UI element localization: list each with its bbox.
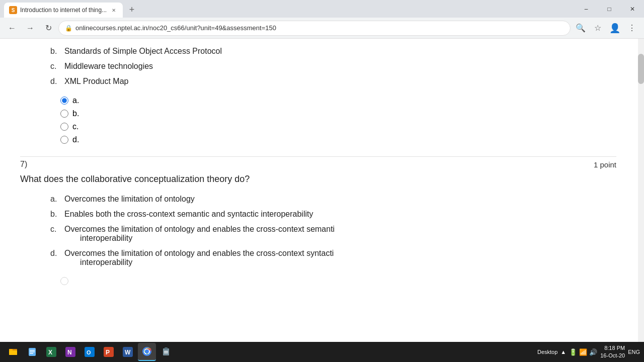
section-divider [20,156,616,157]
q7-option-d-label: d. [50,249,60,258]
svg-rect-2 [9,350,17,355]
q7-option-a: a. Overcomes the limitation of ontology [50,195,616,204]
close-button[interactable]: ✕ [621,0,644,18]
svg-rect-23 [164,352,168,353]
prev-radio-b[interactable]: b. [60,109,616,118]
option-c-text: Middleware technologies [64,62,153,71]
svg-text:N: N [67,349,72,356]
prev-radio-input-b[interactable] [60,110,68,118]
taskbar-powerpoint-icon[interactable]: P [100,343,118,361]
svg-rect-6 [30,353,33,354]
svg-text:W: W [125,349,131,356]
svg-rect-20 [163,348,169,355]
battery-icon: 🔋 [569,348,577,356]
question-text: What does the collaborative conceptualiz… [20,174,616,185]
taskbar-clock[interactable]: 8:18 PM 16-Oct-20 [600,344,625,360]
question-options-list: a. Overcomes the limitation of ontology … [20,195,616,267]
svg-rect-22 [164,351,168,352]
question-points: 1 point [594,160,616,169]
back-button[interactable]: ← [4,20,20,36]
taskbar-onenote-icon[interactable]: N [61,343,79,361]
signal-icon: 📶 [579,348,587,356]
q7-option-a-text: Overcomes the limitation of ontology [64,195,195,204]
security-icon: 🔒 [65,25,72,32]
q7-option-c-text: Overcomes the limitation of ontology and… [64,225,335,243]
svg-rect-4 [30,350,35,351]
profile-icon[interactable]: 👤 [607,20,623,36]
desktop-button[interactable]: Desktop [537,349,557,355]
prev-radio-label-a: a. [72,96,79,105]
taskbar-clipboard-icon[interactable] [157,343,175,361]
taskbar-system-tray: Desktop ▲ [537,349,566,355]
q7-option-d: d. Overcomes the limitation of ontology … [50,249,616,267]
svg-rect-21 [165,347,168,349]
navigation-bar: ← → ↻ 🔒 onlinecourses.nptel.ac.in/noc20_… [0,18,644,39]
q7-option-b-text: Enables both the cross-context semantic … [64,210,313,219]
option-b-text: Standards of Simple Object Access Protoc… [64,47,222,56]
volume-icon: 🔊 [589,348,597,356]
q7-radio-group [20,277,616,285]
prev-radio-input-d[interactable] [60,136,68,144]
q7-option-b: b. Enables both the cross-context semant… [50,210,616,219]
taskbar-word-icon[interactable]: W [119,343,137,361]
taskbar-excel-icon[interactable]: X [42,343,60,361]
option-b-label: b. [50,47,60,56]
q7-option-d-text: Overcomes the limitation of ontology and… [64,249,334,267]
page-scrollbar[interactable] [638,39,644,342]
q7-option-b-label: b. [50,210,60,219]
system-icons: 🔋 📶 🔊 [569,348,597,356]
url-text: onlinecourses.nptel.ac.in/noc20_cs66/uni… [75,24,564,32]
search-icon[interactable]: 🔍 [573,20,589,36]
q7-option-a-label: a. [50,195,60,204]
new-tab-button[interactable]: + [125,3,139,17]
answer-options-list: b. Standards of Simple Object Access Pro… [20,47,616,86]
taskbar-chrome-icon[interactable] [138,343,156,361]
taskbar-outlook-icon[interactable]: O [80,343,99,361]
content-area: b. Standards of Simple Object Access Pro… [0,39,636,342]
refresh-button[interactable]: ↻ [40,20,56,36]
prev-radio-label-c: c. [72,122,78,131]
option-b: b. Standards of Simple Object Access Pro… [50,47,616,56]
prev-radio-c[interactable]: c. [60,122,616,131]
prev-radio-input-a[interactable] [60,97,68,105]
prev-radio-a[interactable]: a. [60,96,616,105]
prev-radio-d[interactable]: d. [60,135,616,144]
prev-radio-label-d: d. [72,135,79,144]
previous-question-options: b. Standards of Simple Object Access Pro… [20,47,616,144]
menu-icon[interactable]: ⋮ [624,20,640,36]
tab-title: Introduction to internet of thing... [20,7,107,14]
option-c: c. Middleware technologies [50,62,616,71]
svg-text:O: O [87,349,91,355]
expand-icon[interactable]: ▲ [560,349,566,355]
taskbar: X N O P W [0,342,644,362]
svg-rect-5 [30,351,35,352]
date-display: 16-Oct-20 [600,352,625,359]
maximize-button[interactable]: □ [598,0,621,18]
browser-tab[interactable]: S Introduction to internet of thing... ✕ [4,3,123,18]
taskbar-right-area: Desktop ▲ 🔋 📶 🔊 8:18 PM 16-Oct-20 ENG [537,342,640,362]
taskbar-fileexplorer-icon[interactable] [4,343,22,361]
svg-point-19 [145,349,149,353]
prev-radio-group: a. b. c. d. [20,96,616,144]
tab-favicon: S [9,6,17,14]
question-header: 7) 1 point [20,160,616,169]
prev-radio-input-c[interactable] [60,123,68,131]
address-bar[interactable]: 🔒 onlinecourses.nptel.ac.in/noc20_cs66/u… [58,21,571,36]
option-d: d. XML Product Map [50,77,616,86]
scrollbar-thumb[interactable] [638,54,644,84]
tab-close-button[interactable]: ✕ [110,6,118,14]
question-number: 7) [20,160,27,169]
option-d-label: d. [50,77,60,86]
q7-radio-input-a[interactable] [60,277,68,285]
prev-radio-label-b: b. [72,109,79,118]
taskbar-files-icon[interactable] [23,343,41,361]
forward-button[interactable]: → [22,20,38,36]
bookmark-icon[interactable]: ☆ [590,20,606,36]
q7-option-c: c. Overcomes the limitation of ontology … [50,225,616,243]
q7-radio-a[interactable] [60,277,616,285]
svg-text:X: X [48,349,52,356]
minimize-button[interactable]: – [575,0,598,18]
question-7-section: 7) 1 point What does the collaborative c… [20,160,616,285]
option-d-text: XML Product Map [64,77,128,86]
time-display: 8:18 PM [600,344,625,352]
